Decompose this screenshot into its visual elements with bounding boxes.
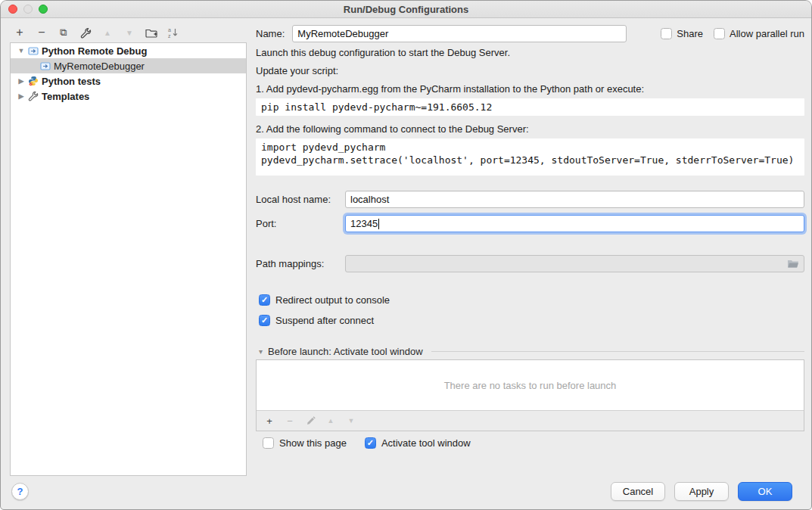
remote-debug-config-icon: [27, 45, 39, 57]
configurations-toolbar: + − ⧉ ▲ ▼ az: [13, 25, 180, 40]
tree-item-python-tests[interactable]: ▶ Python tests: [11, 73, 246, 89]
text-caret: [378, 219, 379, 229]
tree-item-label: Python tests: [42, 76, 101, 87]
configuration-description: Launch this debug configuration to start…: [256, 46, 804, 182]
share-checkbox-group: Share: [661, 28, 703, 39]
python-logo-icon: [27, 76, 39, 87]
window-title: Run/Debug Configurations: [1, 4, 811, 15]
port-label: Port:: [256, 218, 345, 229]
path-mappings-row: Path mappings:: [256, 255, 804, 272]
cancel-button[interactable]: Cancel: [611, 482, 665, 501]
move-down-button[interactable]: ▼: [123, 26, 136, 39]
page-options-row: Show this page ✓ Activate tool window: [263, 437, 471, 449]
before-launch-header: ▾ Before launch: Activate tool window: [259, 346, 804, 357]
new-folder-icon[interactable]: [145, 26, 158, 39]
before-launch-title: Before launch: Activate tool window: [268, 346, 423, 357]
browse-folder-icon[interactable]: [787, 259, 799, 269]
description-line: Launch this debug configuration to start…: [256, 46, 804, 59]
task-list-toolbar: + − ▲ ▼: [257, 410, 804, 431]
local-host-label: Local host name:: [256, 194, 345, 205]
path-mappings-input[interactable]: [345, 255, 804, 272]
redirect-output-label: Redirect output to console: [275, 294, 390, 306]
collapse-arrow-icon[interactable]: ▼: [17, 47, 26, 54]
add-task-button[interactable]: +: [264, 414, 275, 428]
name-label: Name:: [256, 28, 285, 39]
local-host-row: Local host name: localhost: [256, 191, 804, 208]
edit-defaults-wrench-icon[interactable]: [79, 26, 92, 39]
path-mappings-label: Path mappings:: [256, 258, 345, 269]
add-configuration-button[interactable]: +: [13, 26, 26, 39]
allow-parallel-run-checkbox-group: Allow parallel run: [714, 28, 804, 39]
tree-item-label: Templates: [42, 91, 89, 102]
remove-configuration-button[interactable]: −: [35, 26, 48, 39]
redirect-output-checkbox[interactable]: ✓: [259, 294, 270, 306]
share-checkbox[interactable]: [661, 28, 672, 39]
allow-parallel-run-checkbox[interactable]: [714, 28, 725, 39]
tree-item-label: Python Remote Debug: [42, 45, 147, 57]
dialog-footer: ? Cancel Apply OK: [1, 474, 811, 509]
footer-buttons: Cancel Apply OK: [611, 482, 792, 501]
apply-button[interactable]: Apply: [674, 482, 729, 501]
redirect-output-row: ✓ Redirect output to console: [259, 294, 390, 306]
move-task-up-button[interactable]: ▲: [325, 414, 336, 428]
title-bar: Run/Debug Configurations: [1, 1, 811, 18]
name-row: Name: MyRemoteDebugger Share Allow paral…: [256, 25, 804, 42]
svg-text:z: z: [168, 33, 171, 39]
collapse-section-icon[interactable]: ▾: [259, 347, 263, 356]
tree-item-python-remote-debug[interactable]: ▼ Python Remote Debug: [11, 43, 246, 58]
allow-parallel-run-label: Allow parallel run: [730, 28, 804, 39]
svg-text:a: a: [168, 27, 171, 33]
description-line: Update your script:: [256, 64, 804, 77]
expand-arrow-icon[interactable]: ▶: [17, 92, 26, 100]
activate-tool-window-label: Activate tool window: [381, 437, 471, 449]
move-task-down-button[interactable]: ▼: [346, 414, 356, 428]
show-this-page-label: Show this page: [279, 437, 347, 449]
help-button[interactable]: ?: [11, 483, 29, 500]
run-debug-configurations-dialog: Run/Debug Configurations + − ⧉ ▲ ▼ az ▼ …: [0, 0, 812, 510]
section-divider: [431, 351, 804, 352]
settrace-code-block: import pydevd_pycharm pydevd_pycharm.set…: [256, 138, 804, 176]
port-row: Port: 12345: [256, 215, 804, 232]
remote-debug-config-icon: [39, 61, 51, 72]
tree-item-myremotedebugger-selected[interactable]: MyRemoteDebugger: [11, 58, 246, 73]
suspend-after-connect-checkbox[interactable]: ✓: [259, 315, 270, 326]
suspend-after-connect-row: ✓ Suspend after connect: [259, 315, 374, 326]
edit-task-pencil-icon[interactable]: [305, 414, 316, 428]
name-input[interactable]: MyRemoteDebugger: [292, 25, 627, 42]
tree-item-templates[interactable]: ▶ Templates: [11, 89, 246, 104]
tree-item-label: MyRemoteDebugger: [54, 61, 145, 72]
configurations-tree: ▼ Python Remote Debug MyRemoteDebugger ▶…: [10, 42, 247, 476]
description-step-2: 2. Add the following command to connect …: [256, 123, 804, 135]
local-host-input[interactable]: localhost: [345, 191, 804, 208]
copy-configuration-icon[interactable]: ⧉: [57, 26, 70, 39]
ok-button[interactable]: OK: [738, 482, 792, 501]
sort-configurations-icon[interactable]: az: [166, 26, 180, 39]
remove-task-button[interactable]: −: [285, 414, 295, 428]
expand-arrow-icon[interactable]: ▶: [17, 77, 26, 85]
move-up-button[interactable]: ▲: [101, 26, 114, 39]
suspend-after-connect-label: Suspend after connect: [275, 315, 374, 326]
share-label: Share: [677, 28, 703, 39]
port-input[interactable]: 12345: [345, 215, 804, 232]
empty-task-list-message: There are no tasks to run before launch: [257, 360, 804, 410]
activate-tool-window-checkbox[interactable]: ✓: [365, 437, 376, 449]
show-this-page-checkbox[interactable]: [263, 437, 274, 449]
before-launch-task-list: There are no tasks to run before launch …: [256, 359, 804, 431]
templates-wrench-icon: [27, 91, 39, 102]
pip-install-code-block: pip install pydevd-pycharm~=191.6605.12: [256, 98, 804, 116]
description-step-1: 1. Add pydevd-pycharm.egg from the PyCha…: [256, 82, 804, 95]
